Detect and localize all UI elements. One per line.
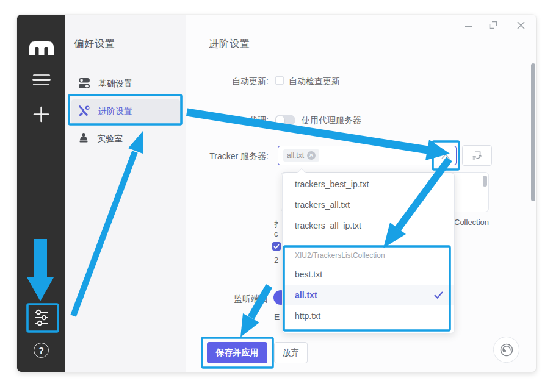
checked-checkbox-fragment[interactable]: [272, 242, 281, 251]
proxy-text: 使用代理服务器: [302, 115, 361, 126]
tracker-dropdown: trackers_best_ip.txt trackers_all.txt tr…: [282, 173, 455, 333]
minimize-button[interactable]: [460, 17, 478, 35]
page-title: 进阶设置: [209, 38, 250, 51]
nav-item-label: 基础设置: [98, 79, 132, 90]
dropdown-item-label: all.txt: [295, 290, 317, 300]
dropdown-group-divider: [291, 240, 447, 240]
screen: ? 偏好设置 基础设置 进阶设置 实验室: [0, 0, 553, 392]
help-icon[interactable]: ?: [17, 343, 65, 358]
gauge-icon: [498, 341, 515, 358]
dropdown-item[interactable]: trackers_best_ip.txt: [283, 174, 454, 194]
proxy-switch[interactable]: [275, 115, 295, 126]
auto-check-update-checkbox[interactable]: [275, 76, 284, 85]
sync-icon: [472, 151, 482, 160]
close-button[interactable]: [511, 16, 530, 34]
obscured-text-fragment: E: [274, 312, 280, 322]
switch-knob: [276, 116, 284, 124]
add-task-icon[interactable]: [17, 106, 65, 123]
dropdown-group-label: XIU2/TrackersListCollection: [295, 251, 385, 260]
preferences-window: ? 偏好设置 基础设置 进阶设置 实验室: [17, 15, 536, 372]
motrix-logo-icon: [17, 41, 65, 55]
lab-stamp-icon: [79, 133, 89, 145]
nav-item-label: 进阶设置: [98, 106, 132, 117]
dropdown-item[interactable]: trackers_all.txt: [283, 194, 454, 215]
speed-limit-button[interactable]: [493, 337, 519, 363]
save-apply-button[interactable]: 保存并应用: [207, 342, 267, 363]
nav-panel: 偏好设置 基础设置 进阶设置 实验室: [65, 15, 186, 372]
app-sidebar: ?: [17, 15, 65, 372]
obscured-text-fragment: 2: [274, 255, 278, 265]
nav-item-advanced-settings[interactable]: 进阶设置: [71, 99, 180, 124]
tag-close-icon[interactable]: ✕: [307, 151, 316, 160]
tracker-label: Tracker 服务器:: [195, 151, 269, 162]
obscured-text-fragment: 扌: [274, 219, 282, 230]
textarea-scrollbar[interactable]: [483, 176, 487, 187]
sync-trackers-button[interactable]: [462, 145, 492, 166]
check-icon: [434, 291, 443, 299]
window-scrollbar[interactable]: [531, 63, 535, 201]
task-list-icon[interactable]: [17, 73, 65, 87]
nav-title: 偏好设置: [74, 38, 115, 51]
auto-check-update-text: 自动检查更新: [289, 76, 340, 87]
nav-item-basic-settings[interactable]: 基础设置: [71, 73, 180, 95]
tracker-tag: all.txt ✕: [283, 149, 319, 162]
dropdown-item-selected[interactable]: all.txt: [283, 285, 454, 305]
dropdown-item[interactable]: http.txt: [283, 305, 454, 326]
tracker-link-tail[interactable]: Collection: [454, 218, 489, 227]
maximize-button[interactable]: [484, 16, 502, 34]
discard-button[interactable]: 放弃: [274, 342, 308, 363]
tag-label: all.txt: [287, 151, 304, 160]
dropdown-item[interactable]: best.txt: [283, 264, 454, 285]
tools-icon: [79, 105, 90, 118]
help-glyph: ?: [34, 343, 49, 358]
proxy-label: 代理:: [195, 115, 269, 126]
tracker-select-input[interactable]: all.txt ✕: [278, 146, 457, 165]
nav-item-lab[interactable]: 实验室: [71, 128, 180, 150]
nav-item-label: 实验室: [97, 134, 123, 144]
toggles-icon: [79, 78, 90, 90]
listen-port-label: 监听端口: [234, 294, 268, 305]
dropdown-item[interactable]: trackers_all_ip.txt: [283, 215, 454, 236]
auto-update-label: 自动更新:: [195, 76, 269, 87]
chevron-up-icon[interactable]: [441, 154, 450, 159]
preferences-sliders-icon[interactable]: [17, 308, 65, 327]
title-divider: [209, 62, 515, 62]
obscured-text-fragment: c: [274, 229, 278, 238]
